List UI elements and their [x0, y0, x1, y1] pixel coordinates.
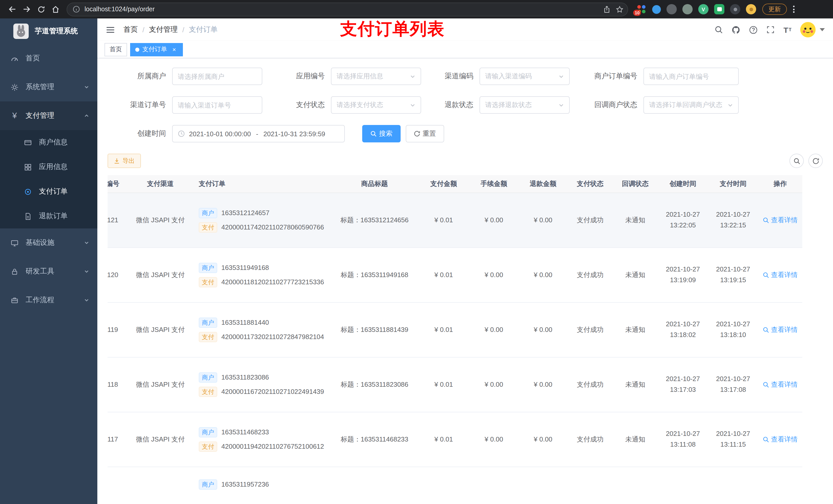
- extension-drop-icon[interactable]: [652, 5, 661, 14]
- pay-tag: 支付: [199, 332, 217, 342]
- monitor-icon: [10, 239, 19, 247]
- user-menu[interactable]: [800, 22, 825, 38]
- sidebar-item-workflow[interactable]: 工作流程: [0, 286, 97, 314]
- col-id: 编号: [108, 175, 127, 193]
- github-icon[interactable]: [732, 25, 740, 34]
- sidebar-item-label: 支付订单: [39, 187, 68, 196]
- merchant-card-icon: [24, 139, 32, 146]
- logo-image: [13, 24, 29, 39]
- export-button[interactable]: 导出: [108, 154, 141, 168]
- breadcrumb-home[interactable]: 首页: [123, 25, 138, 34]
- table-row[interactable]: 118 微信 JSAPI 支付 商户1635311823086 支付420000…: [108, 357, 802, 412]
- cell-pay-amount: ¥ 0.01: [418, 412, 469, 466]
- channel-code-select[interactable]: 请输入渠道编码: [479, 68, 570, 85]
- breadcrumb: 首页 / 支付管理 / 支付订单: [123, 25, 218, 34]
- table-row[interactable]: 119 微信 JSAPI 支付 商户1635311881440 支付420000…: [108, 302, 802, 357]
- active-dot: [135, 47, 139, 51]
- channel-order-no: 4200001173202110272847982104: [221, 333, 324, 341]
- fullscreen-icon[interactable]: [767, 26, 775, 34]
- search-button[interactable]: 搜索: [362, 125, 401, 142]
- tab-home[interactable]: 首页: [104, 43, 127, 56]
- filter-label: 回调商户状态: [582, 100, 643, 110]
- refund-status-select[interactable]: 请选择退款状态: [479, 96, 570, 114]
- view-detail-link[interactable]: 查看详情: [763, 270, 798, 280]
- extension-sage-icon[interactable]: [682, 4, 693, 14]
- address-bar[interactable]: localhost:1024/pay/order: [67, 2, 628, 16]
- app-logo[interactable]: 芋道管理系统: [0, 19, 97, 44]
- share-icon[interactable]: [603, 5, 611, 13]
- app-title: 芋道管理系统: [35, 27, 78, 36]
- filter-create-time: 创建时间 2021-10-01 00:00:00 - 2021-10-31 23…: [116, 125, 345, 142]
- extension-gray-icon[interactable]: [667, 4, 677, 14]
- search-icon[interactable]: [715, 26, 723, 34]
- notify-status-select[interactable]: 请选择订单回调商户状态: [643, 96, 739, 114]
- reset-button[interactable]: 重置: [406, 125, 444, 142]
- sidebar-item-payment[interactable]: ¥ 支付管理: [0, 101, 97, 130]
- sidebar-item-pay-order[interactable]: 支付订单: [0, 179, 97, 204]
- col-title: 商品标题: [331, 175, 418, 193]
- filter-label: 渠道订单号: [116, 100, 172, 110]
- extension-vue-icon[interactable]: V: [698, 4, 709, 14]
- view-detail-link[interactable]: 查看详情: [763, 380, 798, 389]
- font-size-icon[interactable]: [784, 25, 791, 34]
- sidebar-item-system[interactable]: 系统管理: [0, 73, 97, 101]
- toggle-search-button[interactable]: [789, 154, 804, 168]
- browser-chrome: localhost:1024/pay/order 10 V 更新: [0, 0, 833, 19]
- forward-icon[interactable]: [20, 2, 34, 16]
- screen: localhost:1024/pay/order 10 V 更新 芋道管理系统: [0, 0, 833, 504]
- view-detail-link[interactable]: 查看详情: [763, 215, 798, 224]
- channel-order-no-input[interactable]: [172, 96, 262, 114]
- pay-status-select[interactable]: 请选择支付状态: [331, 96, 421, 114]
- browser-menu-icon[interactable]: [793, 6, 794, 13]
- reload-icon[interactable]: [34, 2, 48, 16]
- breadcrumb-payment[interactable]: 支付管理: [149, 25, 178, 34]
- extension-avatar-icon[interactable]: [746, 4, 756, 14]
- sidebar-item-home[interactable]: 首页: [0, 44, 97, 73]
- pay-tag: 支付: [199, 386, 217, 397]
- cell-id: 120: [108, 247, 127, 302]
- collapse-sidebar-icon[interactable]: [105, 25, 115, 34]
- merchant-input[interactable]: [172, 68, 262, 85]
- tab-pay-order[interactable]: 支付订单: [130, 43, 183, 56]
- sidebar-item-app-info[interactable]: 应用信息: [0, 155, 97, 179]
- filter-channel-order-no: 渠道订单号: [116, 96, 262, 114]
- close-icon[interactable]: [171, 46, 178, 53]
- home-icon[interactable]: [48, 2, 63, 16]
- sidebar-item-infra[interactable]: 基础设施: [0, 229, 97, 257]
- table-row[interactable]: 117 微信 JSAPI 支付 商户1635311468233 支付420000…: [108, 412, 802, 466]
- cell-id: 119: [108, 302, 127, 357]
- refresh-table-button[interactable]: [808, 154, 823, 168]
- cell-channel: 微信 JSAPI 支付: [127, 302, 194, 357]
- cell-channel: 微信 JSAPI 支付: [127, 193, 194, 247]
- extension-palette-icon[interactable]: 10: [636, 4, 646, 14]
- view-detail-link[interactable]: 查看详情: [763, 435, 798, 444]
- sidebar-item-devtools[interactable]: 研发工具: [0, 257, 97, 286]
- bookmark-star-icon[interactable]: [616, 5, 623, 13]
- sidebar-item-merchant-info[interactable]: 商户信息: [0, 130, 97, 155]
- table-row[interactable]: 商户1635311957236: [108, 466, 802, 504]
- date-range-picker[interactable]: 2021-10-01 00:00:00 - 2021-10-31 23:59:5…: [172, 125, 345, 142]
- extension-chat-icon[interactable]: [714, 4, 724, 14]
- extension-pin-icon[interactable]: [730, 4, 740, 14]
- info-icon[interactable]: [73, 6, 80, 13]
- cell-pay-status: 支付成功: [568, 302, 613, 357]
- filter-label: 商户订单编号: [582, 72, 643, 81]
- app-select[interactable]: 请选择应用信息: [331, 68, 421, 85]
- table-row[interactable]: 120 微信 JSAPI 支付 商户1635311949168 支付420000…: [108, 247, 802, 302]
- pay-tag: 支付: [199, 277, 217, 287]
- cell-order: 商户1635311957236: [194, 466, 331, 504]
- url-text[interactable]: localhost:1024/pay/order: [85, 6, 598, 13]
- back-icon[interactable]: [5, 2, 20, 16]
- cell-refund-amount: ¥ 0.00: [519, 357, 568, 412]
- cell-order: 商户1635311881440 支付4200001173202110272847…: [194, 302, 331, 357]
- cell-refund-amount: ¥ 0.00: [519, 412, 568, 466]
- extension-badge: 10: [633, 10, 641, 16]
- sidebar-item-refund-order[interactable]: 退款订单: [0, 204, 97, 229]
- merchant-order-no-input[interactable]: [643, 68, 739, 85]
- refund-doc-icon: [24, 212, 32, 220]
- view-detail-link[interactable]: 查看详情: [763, 325, 798, 334]
- help-icon[interactable]: [749, 25, 758, 34]
- merchant-tag: 商户: [199, 317, 217, 328]
- browser-update-button[interactable]: 更新: [762, 4, 787, 15]
- table-row[interactable]: 121 微信 JSAPI 支付 商户1635312124657 支付420000…: [108, 193, 802, 247]
